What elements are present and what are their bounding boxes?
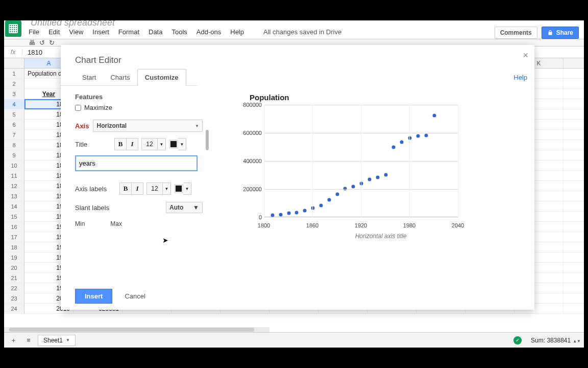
bold-button[interactable]: B [114, 138, 127, 150]
row-header[interactable]: 2 [4, 79, 24, 89]
maximize-checkbox[interactable]: Maximize [75, 104, 203, 111]
cell[interactable] [564, 283, 584, 293]
cell[interactable] [564, 171, 584, 181]
horizontal-scrollbar[interactable] [4, 327, 270, 332]
row-header[interactable]: 12 [4, 181, 24, 191]
row-header[interactable]: 9 [4, 150, 24, 160]
select-all-corner[interactable] [4, 58, 24, 68]
cell[interactable] [564, 130, 584, 140]
menu-data[interactable]: Data [149, 28, 162, 36]
cell[interactable] [564, 191, 584, 201]
color-dropdown[interactable]: ▼ [183, 182, 191, 195]
maximize-checkbox-input[interactable] [75, 105, 81, 111]
formula-input[interactable]: 1810 [22, 49, 47, 56]
row-header[interactable]: 17 [4, 232, 24, 242]
italic-button[interactable]: I [131, 182, 143, 195]
menu-add-ons[interactable]: Add-ons [197, 28, 221, 36]
color-dropdown[interactable]: ▼ [178, 138, 186, 150]
menu-tools[interactable]: Tools [172, 28, 187, 36]
menu-edit[interactable]: Edit [48, 28, 60, 36]
cell[interactable] [564, 293, 584, 304]
cell[interactable] [564, 120, 584, 130]
undo-icon[interactable]: ↺ [39, 39, 45, 47]
close-button[interactable]: × [523, 50, 528, 61]
cell[interactable] [564, 232, 584, 242]
cancel-button[interactable]: Cancel [125, 289, 145, 304]
cell[interactable] [564, 304, 584, 314]
all-sheets-button[interactable]: ≡ [22, 334, 35, 347]
cell[interactable] [564, 212, 584, 222]
insert-button[interactable]: Insert [75, 289, 112, 304]
data-point [424, 133, 428, 137]
row-header[interactable]: 20 [4, 263, 24, 273]
row-header[interactable]: 23 [4, 293, 24, 304]
x-tick-label: 1800 [258, 222, 270, 228]
font-size-dropdown[interactable]: ▼ [163, 182, 171, 195]
cell[interactable] [564, 79, 584, 89]
axis-title-input[interactable] [75, 155, 198, 171]
cell[interactable] [564, 181, 584, 191]
row-header[interactable]: 16 [4, 222, 24, 232]
cell[interactable] [564, 140, 584, 150]
row-header[interactable]: 5 [4, 109, 24, 120]
quick-sum[interactable]: Sum: 3838841▲▼ [531, 337, 581, 344]
row-header[interactable]: 21 [4, 273, 24, 283]
menu-view[interactable]: View [69, 28, 83, 36]
tab-start[interactable]: Start [75, 70, 103, 85]
axis-select[interactable]: Horizontal▼ [93, 120, 203, 132]
document-title[interactable]: Untitled spreadsheet [31, 20, 115, 28]
cell[interactable] [564, 222, 584, 232]
tab-charts[interactable]: Charts [103, 70, 137, 85]
italic-button[interactable]: I [126, 138, 138, 150]
font-size-select[interactable]: 12 [146, 182, 163, 195]
row-header[interactable]: 3 [4, 89, 24, 99]
cell[interactable] [564, 201, 584, 212]
font-size-select[interactable]: 12 [141, 138, 158, 150]
menu-file[interactable]: File [29, 28, 39, 36]
print-icon[interactable]: 🖶 [29, 39, 35, 47]
row-header[interactable]: 7 [4, 130, 24, 140]
row-header[interactable]: 10 [4, 160, 24, 171]
cell[interactable] [564, 89, 584, 99]
row-header[interactable]: 13 [4, 191, 24, 201]
cell[interactable] [564, 273, 584, 283]
cell[interactable] [564, 150, 584, 160]
color-swatch[interactable] [174, 184, 183, 193]
color-swatch[interactable] [169, 140, 178, 149]
cell[interactable] [564, 263, 584, 273]
cell[interactable] [564, 99, 584, 109]
share-button[interactable]: Share [542, 27, 579, 39]
sheet-tab[interactable]: Sheet1▼ [38, 335, 76, 346]
row-header[interactable]: 22 [4, 283, 24, 293]
add-sheet-button[interactable]: ＋ [7, 334, 19, 347]
redo-icon[interactable]: ↻ [49, 39, 55, 47]
column-header[interactable]: L [564, 58, 584, 68]
row-header[interactable]: 18 [4, 242, 24, 252]
row-header[interactable]: 11 [4, 171, 24, 181]
cell[interactable] [564, 109, 584, 120]
min-label: Min [75, 220, 85, 227]
font-size-dropdown[interactable]: ▼ [158, 138, 166, 150]
save-status: All changes saved in Drive [263, 28, 341, 36]
slant-select[interactable]: Auto▼ [166, 202, 203, 213]
cell[interactable] [564, 68, 584, 79]
comments-button[interactable]: Comments [495, 27, 537, 39]
row-header[interactable]: 15 [4, 212, 24, 222]
bold-button[interactable]: B [119, 182, 132, 195]
row-header[interactable]: 19 [4, 252, 24, 263]
cell[interactable] [564, 242, 584, 252]
cell[interactable] [564, 160, 584, 171]
row-header[interactable]: 1 [4, 68, 24, 79]
sheets-app-icon[interactable] [5, 20, 21, 37]
menu-format[interactable]: Format [118, 28, 139, 36]
menu-help[interactable]: Help [230, 28, 244, 36]
cell[interactable] [564, 252, 584, 263]
row-header[interactable]: 4 [4, 99, 24, 109]
row-header[interactable]: 6 [4, 120, 24, 130]
row-header[interactable]: 14 [4, 201, 24, 212]
help-link[interactable]: Help [513, 74, 527, 81]
tab-customize[interactable]: Customize [137, 69, 186, 86]
row-header[interactable]: 24 [4, 304, 24, 314]
menu-insert[interactable]: Insert [92, 28, 109, 36]
row-header[interactable]: 8 [4, 140, 24, 150]
